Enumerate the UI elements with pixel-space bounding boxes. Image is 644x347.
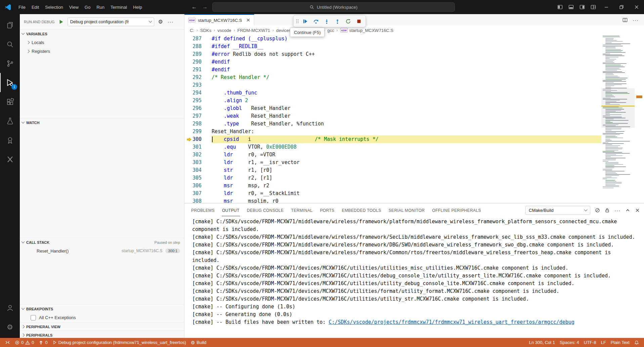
breakpoint-gutter[interactable] — [184, 105, 192, 112]
breakpoint-gutter[interactable] — [184, 151, 192, 159]
problems-status[interactable]: 0 0 — [12, 338, 36, 347]
panel-tab-output[interactable]: OUTPUT — [222, 204, 240, 216]
breakpoint-gutter[interactable] — [184, 66, 192, 74]
cmake-build-button[interactable]: ⚙ Build — [188, 338, 209, 347]
watch-header[interactable]: WATCH — [20, 118, 184, 127]
toggle-secondary-sidebar-icon[interactable] — [576, 0, 588, 14]
split-editor-icon[interactable] — [622, 17, 628, 23]
minimap-slider[interactable] — [601, 88, 635, 128]
line-number[interactable]: 299 — [192, 128, 201, 136]
breadcrumb[interactable]: C:›SDKs›vscode›FRDM-MCXW71›devices›MCXW7… — [184, 26, 644, 35]
debug-config-dropdown[interactable]: Debug project configuration (fr — [68, 17, 154, 26]
code-text[interactable]: /* Reset Handler */ — [212, 74, 601, 81]
menu-help[interactable]: Help — [130, 3, 145, 11]
output-link[interactable]: C:/SDKs/vscode/projects/frdmmcxw71/frdmm… — [329, 319, 574, 325]
code-text[interactable] — [212, 81, 601, 89]
code-text[interactable]: Reset_Handler: — [212, 128, 601, 136]
breakpoint-gutter[interactable] — [184, 136, 192, 143]
remote-indicator[interactable] — [3, 338, 12, 347]
code-text[interactable]: msr msp, r2 — [212, 182, 601, 190]
line-number[interactable]: 302 — [192, 151, 201, 159]
line-number[interactable]: 295 — [192, 97, 201, 105]
stop-button[interactable] — [354, 16, 364, 26]
line-number[interactable]: 305 — [192, 174, 201, 182]
code-text[interactable]: ldr r1, =__isr_vector — [212, 159, 601, 166]
more-actions-icon[interactable]: ··· — [633, 17, 639, 23]
breakpoint-gutter[interactable] — [184, 35, 192, 43]
breadcrumb-segment[interactable]: SDKs — [200, 28, 211, 33]
code-editor[interactable]: 287#if defined (__cplusplus)288#ifdef __… — [184, 35, 644, 203]
code-text[interactable]: #error Redlib does not support C++ — [212, 50, 601, 58]
breakpoint-gutter[interactable] — [184, 50, 192, 58]
line-number[interactable]: 289 — [192, 50, 201, 58]
call-stack-frame[interactable]: Reset_Handler() startup_MCXW716C.S 300:1 — [20, 246, 184, 255]
line-number[interactable]: 287 — [192, 35, 201, 43]
code-text[interactable]: .globl Reset_Handler — [212, 105, 601, 112]
code-text[interactable]: #endif — [212, 66, 601, 74]
code-text[interactable]: .type Reset_Handler, %function — [212, 120, 601, 128]
command-center[interactable]: Untitled (Workspace) — [212, 2, 455, 12]
line-number[interactable]: 291 — [192, 66, 201, 74]
more-actions-icon[interactable]: ··· — [167, 18, 174, 26]
encoding-setting[interactable]: UTF-8 — [582, 338, 599, 347]
breakpoint-gutter[interactable] — [184, 81, 192, 89]
step-into-button[interactable] — [322, 16, 332, 26]
close-tab-icon[interactable]: ✕ — [246, 17, 251, 23]
breakpoint-gutter[interactable] — [184, 143, 192, 151]
menu-file[interactable]: File — [15, 3, 29, 11]
back-arrow-icon[interactable]: ← — [191, 4, 197, 10]
breakpoint-gutter[interactable] — [184, 190, 192, 197]
menu-terminal[interactable]: Terminal — [108, 3, 130, 11]
menu-selection[interactable]: Selection — [42, 3, 66, 11]
line-number[interactable]: 294 — [192, 89, 201, 97]
customize-layout-icon[interactable] — [588, 0, 599, 14]
explorer-icon[interactable] — [0, 15, 20, 35]
breadcrumb-segment[interactable]: FRDM-MCXW71 — [237, 28, 270, 33]
close-icon[interactable] — [629, 0, 644, 14]
breakpoint-gutter[interactable] — [184, 58, 192, 66]
menu-go[interactable]: Go — [82, 3, 93, 11]
code-text[interactable]: ldr r0, =VTOR — [212, 151, 601, 159]
menu-run[interactable]: Run — [93, 3, 108, 11]
code-text[interactable]: #endif — [212, 58, 601, 66]
toolbar-gripper[interactable] — [295, 18, 299, 24]
panel-tab-ports[interactable]: PORTS — [319, 204, 335, 216]
indentation-setting[interactable]: Spaces: 4 — [557, 338, 582, 347]
breakpoint-gutter[interactable] — [184, 89, 192, 97]
forward-arrow-icon[interactable]: → — [202, 4, 208, 10]
search-icon[interactable] — [0, 35, 20, 54]
breadcrumb-segment[interactable]: C: — [190, 28, 194, 33]
exceptions-checkbox[interactable] — [31, 315, 36, 320]
cursor-position[interactable]: Ln 300, Col 1 — [527, 338, 557, 347]
line-number[interactable]: 308 — [192, 197, 201, 203]
breadcrumb-segment[interactable]: gcc — [327, 28, 334, 33]
breakpoint-gutter[interactable] — [184, 197, 192, 203]
line-number[interactable]: 303 — [192, 159, 201, 166]
panel-tab-terminal[interactable]: TERMINAL — [291, 204, 313, 216]
output-log[interactable]: [cmake] C:/SDKs/vscode/FRDM-MCXW71/middl… — [184, 217, 644, 338]
panel-tab-debug-console[interactable]: DEBUG CONSOLE — [247, 204, 284, 216]
line-number[interactable]: 292 — [192, 74, 201, 81]
notifications-bell-icon[interactable] — [632, 338, 641, 347]
panel-tab-serial-monitor[interactable]: SERIAL MONITOR — [388, 204, 425, 216]
more-actions-icon[interactable]: ··· — [614, 207, 620, 213]
close-panel-icon[interactable] — [635, 208, 640, 213]
breakpoint-gutter[interactable] — [184, 43, 192, 50]
line-number[interactable]: 293 — [192, 81, 201, 89]
peripheral-view-header[interactable]: PERIPHERAL VIEW — [20, 322, 184, 331]
breadcrumb-segment[interactable]: vscode — [217, 28, 231, 33]
overview-ruler[interactable] — [635, 35, 644, 203]
maximize-panel-icon[interactable] — [625, 208, 630, 213]
x-extension-icon[interactable] — [0, 150, 20, 169]
line-number[interactable]: 288 — [192, 43, 201, 50]
breakpoint-gutter[interactable] — [184, 74, 192, 81]
source-control-icon[interactable] — [0, 54, 20, 73]
breadcrumb-segment[interactable]: devices — [276, 28, 291, 33]
toggle-panel-icon[interactable] — [565, 0, 576, 14]
clear-output-icon[interactable] — [595, 208, 600, 213]
debug-config-status[interactable]: Debug project configuration (frdmmcxw71_… — [50, 338, 188, 347]
line-number[interactable]: 301 — [192, 143, 201, 151]
line-number[interactable]: 307 — [192, 190, 201, 197]
breakpoints-header[interactable]: BREAKPOINTS — [20, 305, 184, 313]
panel-tab-problems[interactable]: PROBLEMS — [191, 204, 215, 216]
